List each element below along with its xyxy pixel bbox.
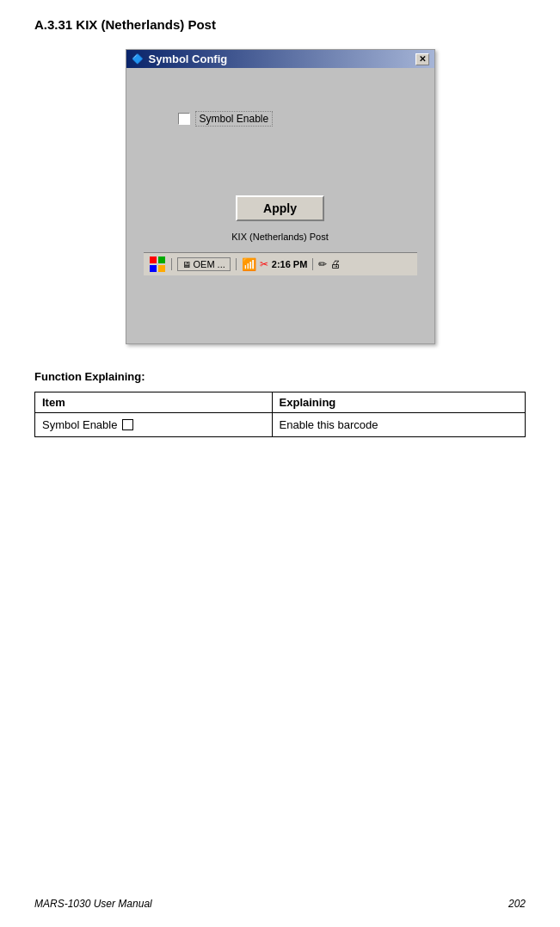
dialog-body: Symbol Enable Apply KIX (Netherlands) Po… [126,68,434,343]
footer-right: 202 [508,898,526,910]
windows-logo-icon [149,256,166,273]
function-section: Function Explaining: Item Explaining Sym… [34,370,526,437]
scissors-icon: ✂ [260,258,268,270]
symbol-enable-row: Symbol Enable [178,111,274,127]
function-table: Item Explaining Symbol EnableEnable this… [34,392,526,437]
page-footer: MARS-1030 User Manual 202 [34,898,526,910]
close-button[interactable]: ✕ [415,53,429,65]
printer-icon[interactable]: 🖨 [330,258,341,270]
symbol-enable-label: Symbol Enable [195,111,274,127]
symbol-config-dialog: 🔷 Symbol Config ✕ Symbol Enable Apply KI… [126,49,435,344]
table-cell-item: Symbol Enable [35,413,273,437]
dialog-footer-label: KIX (Netherlands) Post [231,232,329,242]
footer-left: MARS-1030 User Manual [34,898,152,910]
page-title: A.3.31 KIX (Netherlands) Post [34,17,526,32]
dialog-title-text: 🔷 Symbol Config [132,53,228,65]
svg-rect-3 [158,265,165,272]
svg-rect-0 [150,256,157,263]
signal-icon: 📶 [242,257,256,271]
apply-button[interactable]: Apply [236,195,324,221]
taskbar-separator-2 [236,258,237,270]
edit-icon[interactable]: ✏ [318,258,327,270]
svg-rect-1 [158,256,165,263]
oem-icon: 🖥 [182,260,191,269]
taskbar: 🖥 OEM ... 📶 ✂ 2:16 PM ✏ 🖨 [144,252,417,275]
table-cell-explaining: Enable this barcode [272,413,525,437]
table-row: Symbol EnableEnable this barcode [35,413,526,437]
svg-rect-2 [150,265,157,272]
taskbar-separator-1 [171,258,172,270]
dialog-title-label: Symbol Config [149,53,228,65]
taskbar-separator-3 [312,258,313,270]
col-header-item: Item [35,392,273,413]
oem-label: OEM ... [194,259,225,269]
item-checkbox[interactable] [122,419,133,430]
clock-display: 2:16 PM [272,259,308,269]
function-title: Function Explaining: [34,370,526,383]
item-label: Symbol Enable [42,418,117,431]
dialog-wrapper: 🔷 Symbol Config ✕ Symbol Enable Apply KI… [34,49,526,344]
dialog-title-icon: 🔷 [132,53,144,65]
col-header-explaining: Explaining [272,392,525,413]
oem-taskbar-item[interactable]: 🖥 OEM ... [177,257,231,271]
dialog-titlebar: 🔷 Symbol Config ✕ [126,50,434,68]
start-button[interactable] [149,256,166,273]
symbol-enable-checkbox[interactable] [178,113,190,125]
